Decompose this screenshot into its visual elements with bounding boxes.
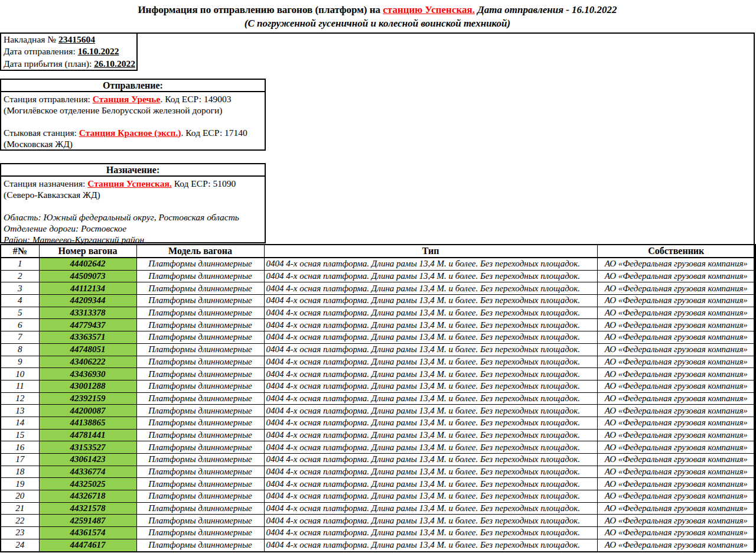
wagon-number-cell: 44112134 — [39, 282, 136, 295]
wagon-type-cell: 0404 4-х осная платформа. Длина рамы 13,… — [264, 454, 597, 466]
document-title-block: Информация по отправлению вагонов (платф… — [0, 0, 755, 34]
wagon-number-cell: 43061423 — [39, 454, 136, 466]
row-index-cell: 11 — [1, 380, 39, 392]
wagon-type-cell: 0404 4-х осная платформа. Длина рамы 13,… — [264, 515, 597, 527]
title-text-lead: Информация по отправлению вагонов (платф… — [138, 4, 383, 15]
wagon-number-cell: 44474617 — [39, 539, 136, 551]
col-header-index: #№ — [1, 245, 39, 258]
junction-station-code: . Код ЕСР: 17140 — [181, 128, 247, 138]
wagon-model-cell: Платформы длинномерные — [136, 295, 264, 307]
waybill-arrival-line: Дата прибытия (план): 26.10.2022 — [4, 58, 136, 70]
departure-box-header: Отправление: — [1, 80, 265, 92]
wagon-model-cell: Платформы длинномерные — [136, 515, 264, 527]
row-index-cell: 12 — [1, 392, 39, 405]
waybill-departure-value: 16.10.2022 — [78, 46, 119, 56]
wagon-type-cell: 0404 4-х осная платформа. Длина рамы 13,… — [264, 539, 597, 551]
wagon-owner-cell: АО «Федеральная грузовая компания» — [597, 282, 755, 295]
wagon-type-cell: 0404 4-х осная платформа. Длина рамы 13,… — [264, 429, 597, 441]
title-line-1: Информация по отправлению вагонов (платф… — [0, 0, 755, 16]
wagon-model-cell: Платформы длинномерные — [136, 282, 264, 295]
wagon-number-cell: 44326718 — [39, 490, 136, 503]
row-index-cell: 24 — [1, 539, 39, 551]
table-row: 444209344Платформы длинномерные0404 4-х … — [1, 295, 755, 307]
destination-station-code: Код ЕСР: 51090 — [172, 178, 236, 188]
departure-station-code: . Код ЕСР: 149003 — [160, 94, 231, 104]
destination-station-line: Станция назначения: Станция Успенская. К… — [4, 178, 262, 189]
destination-box-body: Станция назначения: Станция Успенская. К… — [1, 177, 265, 245]
wagon-number-cell: 43406222 — [39, 356, 136, 368]
wagon-model-cell: Платформы длинномерные — [136, 343, 264, 356]
table-row: 943406222Платформы длинномерные0404 4-х … — [1, 356, 755, 368]
table-row: 1143001288Платформы длинномерные0404 4-х… — [1, 380, 755, 392]
table-row: 2344361574Платформы длинномерные0404 4-х… — [1, 527, 755, 539]
page-right-border — [754, 34, 755, 553]
departure-station-line: Станция отправления: Станция Уречье. Код… — [4, 93, 262, 105]
table-row: 1743061423Платформы длинномерные0404 4-х… — [1, 454, 755, 466]
waybill-number-value: 23415604 — [58, 34, 95, 44]
wagon-type-cell: 0404 4-х осная платформа. Длина рамы 13,… — [264, 319, 597, 331]
wagon-model-cell: Платформы длинномерные — [136, 380, 264, 392]
table-row: 2242591487Платформы длинномерные0404 4-х… — [1, 515, 755, 527]
wagon-number-cell: 43153527 — [39, 441, 136, 454]
wagon-number-cell: 44779437 — [39, 319, 136, 331]
wagon-type-cell: 0404 4-х осная платформа. Длина рамы 13,… — [264, 502, 597, 515]
table-row: 344112134Платформы длинномерные0404 4-х … — [1, 282, 755, 295]
table-row: 244509073Платформы длинномерные0404 4-х … — [1, 270, 755, 282]
table-row: 844748051Платформы длинномерные0404 4-х … — [1, 343, 755, 356]
table-header-row: #№ Номер вагона Модель вагона Тип Собств… — [1, 245, 755, 258]
row-index-cell: 22 — [1, 515, 39, 527]
departure-station-label: Станция отправления: — [4, 94, 93, 104]
document-page: Информация по отправлению вагонов (платф… — [0, 0, 756, 553]
table-row: 1444138865Платформы длинномерные0404 4-х… — [1, 417, 755, 429]
row-index-cell: 19 — [1, 478, 39, 490]
destination-division-line: Отделение дороги: Ростовское — [4, 223, 262, 234]
wagon-model-cell: Платформы длинномерные — [136, 405, 264, 417]
wagon-owner-cell: АО «Федеральная грузовая компания» — [597, 441, 755, 454]
wagon-model-cell: Платформы длинномерные — [136, 368, 264, 380]
waybill-departure-line: Дата отправления: 16.10.2022 — [4, 45, 136, 57]
wagon-type-cell: 0404 4-х осная платформа. Длина рамы 13,… — [264, 380, 597, 392]
wagon-number-cell: 44138865 — [39, 417, 136, 429]
wagon-model-cell: Платформы длинномерные — [136, 356, 264, 368]
wagon-type-cell: 0404 4-х осная платформа. Длина рамы 13,… — [264, 270, 597, 282]
wagon-owner-cell: АО «Федеральная грузовая компания» — [597, 356, 755, 368]
wagon-number-cell: 44781441 — [39, 429, 136, 441]
wagon-model-cell: Платформы длинномерные — [136, 331, 264, 344]
wagon-table: #№ Номер вагона Модель вагона Тип Собств… — [0, 244, 756, 552]
table-row: 644779437Платформы длинномерные0404 4-х … — [1, 319, 755, 331]
spacer-line — [4, 116, 262, 127]
wagon-owner-cell: АО «Федеральная грузовая компания» — [597, 368, 755, 380]
departure-box: Отправление: Станция отправления: Станци… — [0, 79, 266, 151]
wagon-owner-cell: АО «Федеральная грузовая компания» — [597, 380, 755, 392]
title-station-link[interactable]: станцию Успенская. — [383, 4, 475, 15]
wagon-model-cell: Платформы длинномерные — [136, 539, 264, 551]
junction-station-link[interactable]: Станция Красное (эксп.) — [79, 128, 181, 138]
wagon-model-cell: Платформы длинномерные — [136, 417, 264, 429]
table-row: 743363571Платформы длинномерные0404 4-х … — [1, 331, 755, 344]
wagon-model-cell: Платформы длинномерные — [136, 258, 264, 270]
wagon-model-cell: Платформы длинномерные — [136, 490, 264, 503]
destination-station-link[interactable]: Станция Успенская. — [87, 178, 172, 188]
wagon-model-cell: Платформы длинномерные — [136, 270, 264, 282]
row-index-cell: 7 — [1, 331, 39, 344]
wagon-owner-cell: АО «Федеральная грузовая компания» — [597, 343, 755, 356]
row-index-cell: 8 — [1, 343, 39, 356]
table-row: 2144321578Платформы длинномерные0404 4-х… — [1, 502, 755, 515]
destination-box: Назначение: Станция назначения: Станция … — [0, 163, 266, 243]
junction-station-note: (Московская ЖД) — [4, 138, 262, 149]
waybill-arrival-label: Дата прибытия (план): — [4, 58, 94, 69]
wagon-number-cell: 44402642 — [39, 258, 136, 270]
table-row: 1242392159Платформы длинномерные0404 4-х… — [1, 392, 755, 405]
row-index-cell: 2 — [1, 270, 39, 282]
row-index-cell: 14 — [1, 417, 39, 429]
departure-station-link[interactable]: Станция Уречье — [93, 94, 161, 104]
wagon-owner-cell: АО «Федеральная грузовая компания» — [597, 515, 755, 527]
table-row: 543313378Платформы длинномерные0404 4-х … — [1, 307, 755, 319]
wagon-number-cell: 44209344 — [39, 295, 136, 307]
waybill-number-label: Накладная № — [4, 34, 58, 44]
wagon-type-cell: 0404 4-х осная платформа. Длина рамы 13,… — [264, 295, 597, 307]
table-row: 2044326718Платформы длинномерные0404 4-х… — [1, 490, 755, 503]
row-index-cell: 20 — [1, 490, 39, 503]
col-header-wagon-model: Модель вагона — [136, 245, 264, 258]
wagon-number-cell: 44336774 — [39, 466, 136, 478]
